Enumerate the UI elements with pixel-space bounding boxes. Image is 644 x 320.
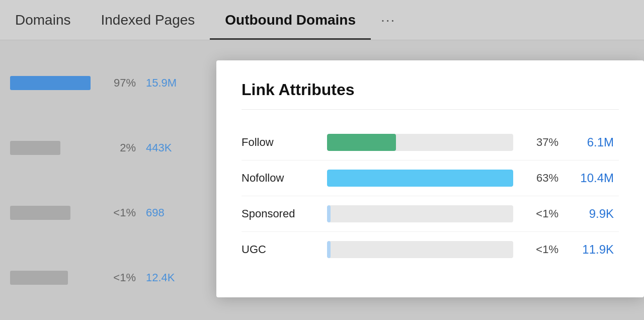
bg-val-1: 15.9M (146, 76, 186, 90)
sponsored-row: Sponsored <1% 9.9K (242, 196, 619, 232)
follow-row: Follow 37% 6.1M (242, 125, 619, 161)
ugc-pct: <1% (528, 243, 558, 256)
modal-title: Link Attributes (242, 81, 619, 110)
bg-row-1: 97% 15.9M (10, 70, 206, 96)
sponsored-bar-track (327, 205, 513, 222)
bg-row-2: 2% 443K (10, 135, 206, 161)
ugc-value: 11.9K (569, 243, 614, 257)
follow-bar-fill (327, 134, 396, 151)
nofollow-bar-fill (327, 170, 513, 187)
bg-val-2: 443K (146, 141, 186, 154)
bg-val-3: 698 (146, 206, 186, 219)
link-attributes-modal: Link Attributes Follow 37% 6.1M Nofollow… (216, 60, 644, 297)
bg-bar-3 (10, 206, 101, 220)
bg-row-4: <1% 12.4K (10, 265, 206, 290)
tab-domains[interactable]: Domains (0, 0, 86, 40)
follow-bar-track (327, 134, 513, 151)
nofollow-row: Nofollow 63% 10.4M (242, 161, 619, 196)
sponsored-pct: <1% (528, 207, 558, 220)
bg-row-3: <1% 698 (10, 200, 206, 225)
bg-pct-4: <1% (111, 271, 136, 284)
bg-bar-2 (10, 141, 101, 155)
bg-bar-4 (10, 271, 101, 285)
background-content: 97% 15.9M 2% 443K <1% 698 <1% 12.4K (0, 40, 216, 320)
tab-more-button[interactable]: ··· (371, 12, 406, 28)
follow-label: Follow (242, 136, 312, 149)
bg-pct-1: 97% (111, 76, 136, 90)
tab-bar: Domains Indexed Pages Outbound Domains ·… (0, 0, 644, 40)
follow-value: 6.1M (569, 135, 614, 149)
ugc-bar-track (327, 241, 513, 258)
follow-pct: 37% (528, 136, 558, 149)
bg-val-4: 12.4K (146, 271, 186, 284)
ugc-label: UGC (242, 243, 312, 256)
nofollow-label: Nofollow (242, 172, 312, 185)
sponsored-bar-fill (327, 205, 331, 222)
nofollow-pct: 63% (528, 172, 558, 185)
ugc-row: UGC <1% 11.9K (242, 232, 619, 267)
bg-pct-2: 2% (111, 141, 136, 154)
tab-outbound-domains[interactable]: Outbound Domains (210, 0, 371, 40)
tab-indexed-pages[interactable]: Indexed Pages (86, 0, 210, 40)
sponsored-value: 9.9K (569, 207, 614, 221)
sponsored-label: Sponsored (242, 207, 312, 220)
nofollow-value: 10.4M (569, 171, 614, 185)
bg-bar-1 (10, 76, 101, 90)
nofollow-bar-track (327, 170, 513, 187)
ugc-bar-fill (327, 241, 331, 258)
bg-pct-3: <1% (111, 206, 136, 219)
